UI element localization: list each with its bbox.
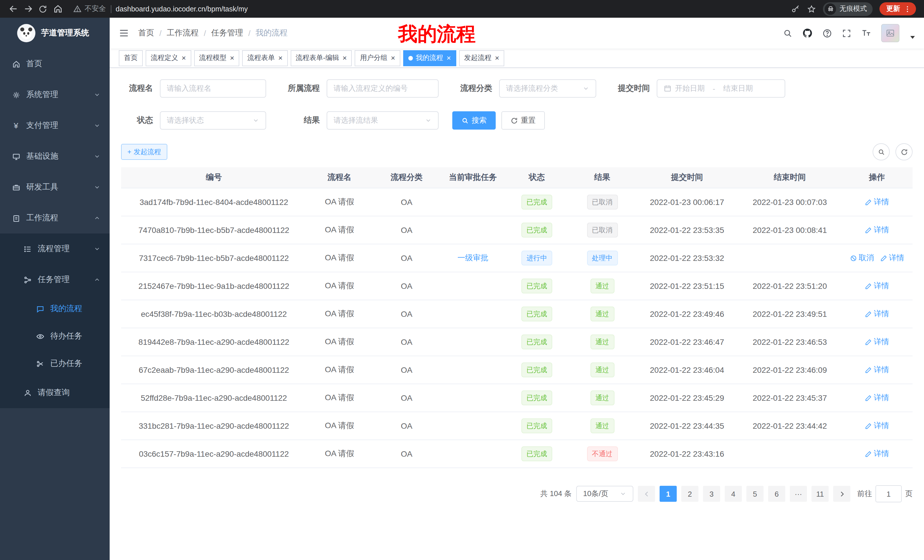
page-number-button[interactable]: 2: [681, 486, 698, 502]
page-numbers: 123456···11: [660, 486, 829, 502]
browser-back-button[interactable]: [6, 1, 21, 16]
chevron-down-icon: [94, 91, 100, 98]
hamburger-icon[interactable]: [119, 28, 129, 38]
sidebar-item-payment[interactable]: ¥ 支付管理: [0, 110, 110, 141]
tab-close-icon[interactable]: ×: [182, 54, 186, 61]
breadcrumb: 首页/工作流程/任务管理/我的流程: [138, 28, 288, 38]
cell-category: OA: [372, 189, 441, 216]
detail-action-link[interactable]: 详情: [865, 449, 889, 459]
tab-close-icon[interactable]: ×: [447, 54, 451, 61]
fullscreen-icon[interactable]: [842, 28, 852, 38]
sidebar-item-done-tasks[interactable]: 已办任务: [0, 350, 110, 377]
sidebar-item-pending-tasks[interactable]: 待办任务: [0, 322, 110, 350]
security-warning[interactable]: 不安全: [73, 4, 106, 14]
menu-dots-icon[interactable]: [903, 5, 911, 13]
page-number-button[interactable]: 1: [660, 486, 677, 502]
category-select[interactable]: 请选择流程分类: [499, 79, 596, 97]
tab-close-icon[interactable]: ×: [391, 54, 395, 61]
sidebar-item-system[interactable]: 系统管理: [0, 79, 110, 110]
tab-item[interactable]: 用户分组×: [355, 50, 400, 66]
cell-status: 已完成: [505, 189, 569, 216]
detail-action-link[interactable]: 详情: [865, 281, 889, 291]
goto-page-input[interactable]: [876, 485, 902, 502]
breadcrumb-item[interactable]: 任务管理: [211, 28, 243, 38]
detail-action-link[interactable]: 详情: [865, 197, 889, 207]
refresh-table-button[interactable]: [896, 143, 913, 160]
current-task-link[interactable]: 一级审批: [458, 253, 488, 263]
sidebar-item-leave-query[interactable]: 请假查询: [0, 377, 110, 408]
tab-item[interactable]: 首页: [119, 50, 143, 66]
incognito-badge[interactable]: 无痕模式: [823, 2, 873, 16]
bookmark-star-icon[interactable]: [807, 4, 816, 13]
toggle-search-button[interactable]: [873, 143, 890, 160]
detail-action-link[interactable]: 详情: [865, 365, 889, 375]
browser-toolbar-right: 无痕模式 更新: [791, 2, 918, 16]
tab-close-icon[interactable]: ×: [343, 54, 347, 61]
sidebar-item-devtools[interactable]: 研发工具: [0, 172, 110, 203]
github-icon[interactable]: [802, 28, 813, 38]
page-size-select[interactable]: 10条/页: [576, 486, 633, 502]
tab-close-icon[interactable]: ×: [278, 54, 282, 61]
browser-home-button[interactable]: [50, 1, 65, 16]
page-ellipsis[interactable]: ···: [790, 486, 807, 502]
date-range-picker[interactable]: 开始日期 - 结束日期: [657, 79, 785, 97]
page-number-button[interactable]: 6: [768, 486, 785, 502]
detail-action-link[interactable]: 详情: [865, 337, 889, 347]
font-size-icon[interactable]: [861, 28, 872, 38]
cancel-action-link[interactable]: 取消: [849, 253, 874, 263]
breadcrumb-item[interactable]: 工作流程: [167, 28, 199, 38]
sidebar-item-my-processes[interactable]: 我的流程: [0, 295, 110, 322]
browser-reload-button[interactable]: [35, 1, 50, 16]
action-label: 详情: [874, 393, 889, 403]
detail-action-link[interactable]: 详情: [865, 225, 889, 235]
tab-close-icon[interactable]: ×: [230, 54, 234, 61]
user-avatar[interactable]: [881, 24, 900, 42]
next-page-button[interactable]: [833, 486, 850, 502]
page-number-button[interactable]: 5: [746, 486, 764, 502]
detail-action-link[interactable]: 详情: [865, 421, 889, 431]
prev-page-button[interactable]: [638, 486, 655, 502]
avatar-caret-icon[interactable]: [910, 36, 915, 39]
result-badge: 通过: [590, 418, 614, 433]
detail-action-link[interactable]: 详情: [865, 393, 889, 403]
process-name-input[interactable]: 请输入流程名: [160, 79, 266, 97]
search-button[interactable]: 搜索: [452, 111, 496, 130]
app-logo[interactable]: 芋道管理系统: [0, 18, 110, 48]
tab-item[interactable]: 我的流程×: [403, 50, 456, 66]
create-process-button[interactable]: + 发起流程: [121, 144, 167, 160]
tab-item[interactable]: 流程定义×: [146, 50, 191, 66]
reset-button[interactable]: 重置: [501, 111, 545, 130]
detail-action-link[interactable]: 详情: [880, 253, 904, 263]
tab-close-icon[interactable]: ×: [495, 54, 499, 61]
cell-category: OA: [372, 216, 441, 244]
owner-process-input[interactable]: 请输入流程定义的编号: [327, 79, 439, 97]
sidebar-item-home[interactable]: 首页: [0, 48, 110, 79]
search-icon[interactable]: [783, 28, 793, 38]
help-icon[interactable]: [822, 28, 832, 38]
tab-item[interactable]: 流程模型×: [194, 50, 239, 66]
sidebar-item-infrastructure[interactable]: 基础设施: [0, 141, 110, 172]
sidebar-item-workflow[interactable]: 工作流程: [0, 203, 110, 234]
browser-update-button[interactable]: 更新: [879, 2, 916, 15]
sidebar-item-task-management[interactable]: 任务管理: [0, 264, 110, 295]
status-select[interactable]: 请选择状态: [160, 111, 266, 130]
tab-item[interactable]: 流程表单-编辑×: [291, 50, 352, 66]
monitor-icon: [11, 152, 21, 161]
address-bar[interactable]: 不安全 dashboard.yudao.iocoder.cn/bpm/task/…: [65, 4, 791, 14]
page-number-button[interactable]: 11: [812, 486, 829, 502]
page-number-button[interactable]: 4: [725, 486, 742, 502]
tab-item[interactable]: 发起流程×: [459, 50, 504, 66]
status-badge: 进行中: [521, 251, 552, 265]
detail-action-link[interactable]: 详情: [865, 309, 889, 319]
tab-item[interactable]: 流程表单×: [242, 50, 288, 66]
page-number-button[interactable]: 3: [703, 486, 720, 502]
breadcrumb-item[interactable]: 首页: [138, 28, 154, 38]
sidebar-item-label: 支付管理: [26, 120, 58, 131]
cell-submit-time: 2022-01-22 23:46:04: [636, 356, 738, 383]
cell-process-name: OA 请假: [307, 384, 372, 412]
browser-forward-button[interactable]: [21, 1, 35, 16]
cell-status: 已完成: [505, 216, 569, 244]
sidebar-item-process-management[interactable]: 流程管理: [0, 234, 110, 264]
password-key-icon[interactable]: [791, 4, 800, 13]
result-select[interactable]: 请选择流结果: [327, 111, 439, 130]
